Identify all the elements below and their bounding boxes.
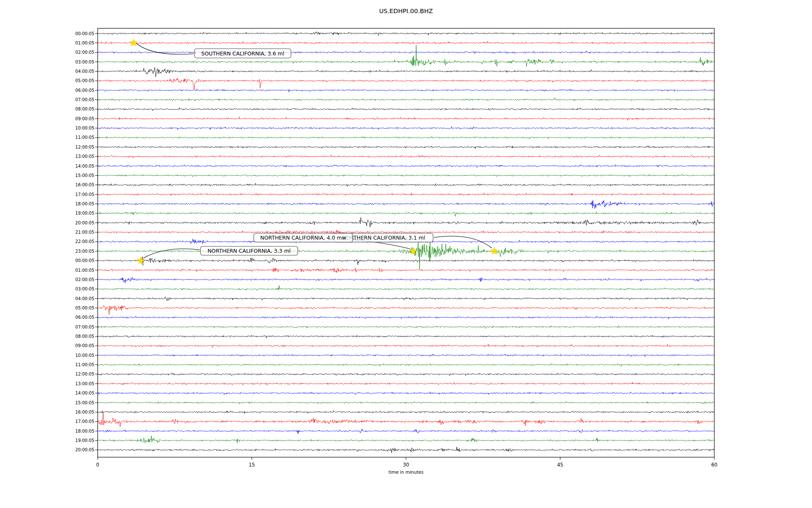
row-label: 04:00:05	[75, 296, 94, 301]
trace-row	[98, 174, 714, 177]
row-label: 17:00:05	[75, 419, 94, 424]
row-label: 04:00:05	[75, 69, 94, 74]
row-label: 14:00:05	[75, 164, 94, 168]
event-label: NORTHERN CALIFORNIA, 4.0 mw	[260, 235, 346, 241]
row-label: 13:00:05	[75, 154, 94, 159]
trace-row	[98, 67, 714, 77]
row-label: 12:00:05	[75, 372, 94, 376]
row-label: 19:00:05	[75, 438, 94, 443]
row-label: 11:00:05	[75, 135, 94, 140]
x-tick-label: 30	[403, 462, 409, 468]
row-label: 01:00:05	[75, 41, 94, 45]
row-label: 05:00:05	[75, 78, 94, 83]
x-axis-label: time in minutes	[389, 469, 423, 475]
row-label: 03:00:05	[75, 287, 94, 291]
row-label: 12:00:05	[75, 145, 94, 149]
row-label: 20:00:05	[75, 447, 94, 452]
row-label: 23:00:05	[75, 249, 94, 254]
trace-row	[98, 98, 714, 101]
row-label: 14:00:05	[75, 391, 94, 395]
trace-row	[98, 218, 714, 227]
row-label: 02:00:05	[75, 50, 94, 55]
row-label: 16:00:05	[75, 410, 94, 414]
row-label: 11:00:05	[75, 362, 94, 367]
row-label: 09:00:05	[75, 116, 94, 121]
trace-row	[98, 297, 714, 301]
event-star-icon	[130, 39, 137, 46]
row-label: 15:00:05	[75, 400, 94, 405]
row-label: 08:00:05	[75, 334, 94, 339]
event-label: NORTHERN CALIFORNIA, 3.1 ml	[342, 235, 425, 241]
row-label: 03:00:05	[75, 60, 94, 64]
x-tick-label: 45	[557, 462, 563, 468]
row-label: 09:00:05	[75, 343, 94, 348]
trace-row	[98, 277, 714, 283]
trace-row	[98, 212, 714, 216]
trace-row	[98, 127, 714, 130]
trace-row	[98, 373, 714, 376]
trace-row	[98, 165, 714, 168]
row-label: 15:00:05	[75, 173, 94, 178]
helicorder-plot: 01530456000:00:0501:00:0502:00:0503:00:0…	[0, 0, 812, 508]
row-label: 05:00:05	[75, 306, 94, 310]
row-label: 18:00:05	[75, 429, 94, 433]
row-label: 07:00:05	[75, 325, 94, 329]
row-label: 00:00:05	[75, 31, 94, 36]
row-label: 00:00:05	[75, 258, 94, 263]
row-label: 19:00:05	[75, 211, 94, 215]
x-tick-label: 0	[96, 462, 99, 468]
row-label: 01:00:05	[75, 268, 94, 273]
x-tick-label: 15	[249, 462, 255, 468]
row-label: 06:00:05	[75, 315, 94, 320]
trace-row	[98, 78, 714, 90]
row-label: 08:00:05	[75, 107, 94, 111]
row-label: 02:00:05	[75, 277, 94, 282]
event-label: NORTHERN CALIFORNIA, 3.3 ml	[208, 248, 291, 254]
trace-row	[98, 32, 714, 36]
trace-row	[98, 51, 714, 54]
x-tick-label: 60	[711, 462, 718, 468]
trace-row	[98, 354, 714, 357]
row-label: 17:00:05	[75, 192, 94, 197]
row-label: 16:00:05	[75, 182, 94, 187]
trace-row	[98, 326, 714, 329]
row-label: 20:00:05	[75, 221, 94, 225]
event-label: SOUTHERN CALIFORNIA, 3.6 ml	[201, 50, 285, 57]
events-layer: SOUTHERN CALIFORNIA, 3.6 mlNORTHERN CALI…	[130, 39, 498, 264]
seismogram-figure: 01530456000:00:0501:00:0502:00:0503:00:0…	[0, 0, 812, 508]
trace-row	[98, 268, 714, 273]
row-label: 21:00:05	[75, 230, 94, 235]
row-label: 10:00:05	[75, 353, 94, 358]
row-label: 22:00:05	[75, 239, 94, 244]
trace-row	[98, 146, 714, 149]
row-label: 07:00:05	[75, 97, 94, 102]
trace-row	[98, 306, 714, 315]
trace-row	[98, 193, 714, 196]
row-label: 13:00:05	[75, 381, 94, 386]
row-label: 10:00:05	[75, 126, 94, 130]
plot-title: US.EDHPI.00.BHZ	[379, 8, 433, 14]
axes-layer: 01530456000:00:0501:00:0502:00:0503:00:0…	[75, 28, 717, 468]
row-label: 06:00:05	[75, 88, 94, 93]
event-connector	[144, 249, 200, 258]
event-star-icon	[137, 257, 145, 264]
row-label: 18:00:05	[75, 202, 94, 206]
